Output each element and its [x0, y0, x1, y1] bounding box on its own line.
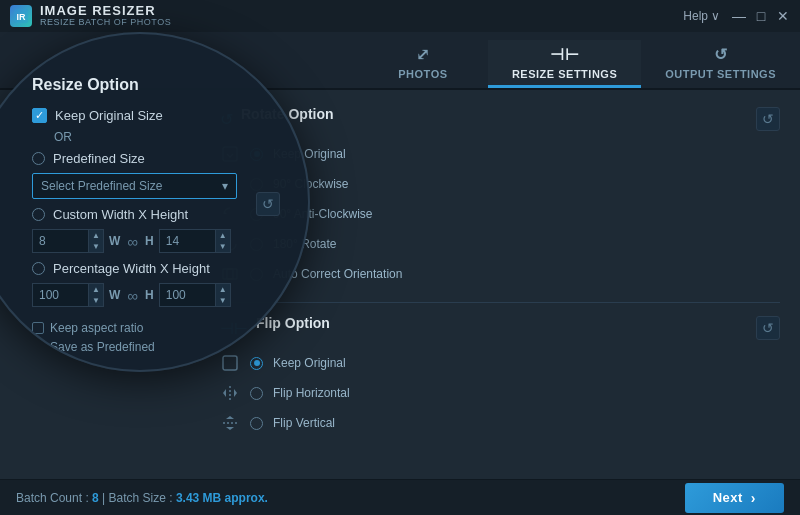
tab-add-photos[interactable]: ⤢ PHOTOS — [358, 40, 488, 88]
flip-option-vertical[interactable]: Flip Vertical — [220, 411, 780, 435]
resize-reset-button[interactable]: ↺ — [256, 192, 280, 216]
app-icon: IR — [10, 5, 32, 27]
pwidth-spinner-buttons[interactable]: ▲ ▼ — [88, 283, 104, 307]
tab-resize-settings-label: RESIZE SETTINGS — [512, 68, 617, 80]
tab-resize-settings[interactable]: ⊣⊢ RESIZE SETTINGS — [488, 40, 641, 88]
output-settings-icon: ↺ — [714, 45, 728, 64]
save-predefined-label: Save as Predefined — [50, 340, 155, 354]
flip-horizontal-radio[interactable] — [250, 387, 263, 400]
tab-add-photos-label: PHOTOS — [398, 68, 447, 80]
batch-count-label: Batch Count : — [16, 491, 89, 505]
height-decrement-button[interactable]: ▼ — [216, 241, 230, 252]
help-button[interactable]: Help ∨ — [683, 9, 720, 23]
flip-vertical-label: Flip Vertical — [273, 416, 335, 430]
pheight-spinbox[interactable]: ▲ ▼ — [159, 283, 231, 307]
svg-marker-11 — [234, 389, 237, 397]
pwidth-increment-button[interactable]: ▲ — [89, 284, 103, 295]
keep-aspect-row[interactable]: Keep aspect ratio — [32, 321, 272, 335]
keep-original-size-label: Keep Original Size — [55, 108, 163, 123]
close-button[interactable]: ✕ — [776, 9, 790, 23]
batch-size-label: Batch Size : — [109, 491, 173, 505]
height-spinner-buttons[interactable]: ▲ ▼ — [215, 229, 231, 253]
flip-section-title: Flip Option — [256, 315, 330, 331]
keep-aspect-checkbox[interactable] — [32, 322, 44, 334]
tab-output-settings[interactable]: ↺ OUTPUT SETTINGS — [641, 40, 800, 88]
flip-keep-original-icon — [220, 353, 240, 373]
app-title: IMAGE RESIZER — [40, 4, 171, 18]
custom-size-row[interactable]: Custom Width X Height — [32, 207, 272, 222]
keep-original-checkbox[interactable]: ✓ — [32, 108, 47, 123]
pheight-spinner-buttons[interactable]: ▲ ▼ — [215, 283, 231, 307]
flip-vertical-radio[interactable] — [250, 417, 263, 430]
select-chevron-icon: ▾ — [222, 179, 228, 193]
flip-option-horizontal[interactable]: Flip Horizontal — [220, 381, 780, 405]
pwidth-label: W — [109, 288, 120, 302]
svg-marker-10 — [223, 389, 226, 397]
predefined-size-label: Predefined Size — [53, 151, 145, 166]
resize-option-title: Resize Option — [32, 76, 272, 94]
pheight-label: H — [145, 288, 154, 302]
width-decrement-button[interactable]: ▼ — [89, 241, 103, 252]
section-divider — [220, 302, 780, 303]
predefined-size-row[interactable]: Predefined Size — [32, 151, 272, 166]
rotate-reset-button[interactable]: ↺ — [756, 107, 780, 131]
next-arrow-icon: › — [751, 490, 756, 506]
height-label: H — [145, 234, 154, 248]
flip-section: ⊣⊢ Flip Option ↺ — [220, 315, 780, 435]
title-bar-right: Help ∨ — □ ✕ — [683, 9, 790, 23]
width-input[interactable] — [32, 229, 88, 253]
flip-options-list: Keep Original Flip Horizontal — [220, 351, 780, 435]
height-input[interactable] — [159, 229, 215, 253]
custom-radio[interactable] — [32, 208, 45, 221]
resize-settings-icon: ⊣⊢ — [550, 45, 579, 64]
next-button[interactable]: Next › — [685, 483, 784, 513]
pwidth-decrement-button[interactable]: ▼ — [89, 295, 103, 306]
status-bar: Batch Count : 8 | Batch Size : 3.43 MB a… — [0, 479, 800, 515]
width-spinbox[interactable]: ▲ ▼ — [32, 229, 104, 253]
tab-output-settings-label: OUTPUT SETTINGS — [665, 68, 776, 80]
flip-vertical-icon — [220, 413, 240, 433]
resize-reset-area: ↺ — [256, 192, 280, 216]
maximize-button[interactable]: □ — [754, 9, 768, 23]
batch-size-value: 3.43 MB approx. — [176, 491, 268, 505]
next-button-label: Next — [713, 490, 743, 505]
app-title-group: IMAGE RESIZER RESIZE BATCH OF PHOTOS — [40, 4, 171, 28]
pwidth-spinbox[interactable]: ▲ ▼ — [32, 283, 104, 307]
pwidth-input[interactable] — [32, 283, 88, 307]
percentage-radio[interactable] — [32, 262, 45, 275]
percentage-dimensions-row: ▲ ▼ W ∞ H ▲ ▼ — [32, 283, 272, 307]
percentage-size-row[interactable]: Percentage Width X Height — [32, 261, 272, 276]
status-info: Batch Count : 8 | Batch Size : 3.43 MB a… — [16, 491, 268, 505]
flip-keep-original-label: Keep Original — [273, 356, 346, 370]
or-divider: OR — [32, 130, 272, 144]
pinfinity-symbol: ∞ — [127, 287, 138, 304]
pheight-increment-button[interactable]: ▲ — [216, 284, 230, 295]
predefined-select[interactable]: Select Predefined Size ▾ — [32, 173, 237, 199]
height-increment-button[interactable]: ▲ — [216, 230, 230, 241]
flip-reset-button[interactable]: ↺ — [756, 316, 780, 340]
custom-size-label: Custom Width X Height — [53, 207, 188, 222]
pheight-decrement-button[interactable]: ▼ — [216, 295, 230, 306]
custom-dimensions-row: ▲ ▼ W ∞ H ▲ ▼ — [32, 229, 272, 253]
minimize-button[interactable]: — — [732, 9, 746, 23]
add-photos-icon: ⤢ — [416, 45, 430, 64]
predefined-select-placeholder: Select Predefined Size — [41, 179, 162, 193]
svg-text:IR: IR — [17, 12, 27, 22]
height-spinbox[interactable]: ▲ ▼ — [159, 229, 231, 253]
app-subtitle: RESIZE BATCH OF PHOTOS — [40, 18, 171, 28]
width-label: W — [109, 234, 120, 248]
batch-count-value: 8 — [92, 491, 99, 505]
title-bar: IR IMAGE RESIZER RESIZE BATCH OF PHOTOS … — [0, 0, 800, 32]
pheight-input[interactable] — [159, 283, 215, 307]
keep-aspect-label: Keep aspect ratio — [50, 321, 143, 335]
title-bar-left: IR IMAGE RESIZER RESIZE BATCH OF PHOTOS — [10, 4, 171, 28]
flip-option-keep-original[interactable]: Keep Original — [220, 351, 780, 375]
keep-original-row[interactable]: ✓ Keep Original Size — [32, 108, 272, 123]
percentage-size-label: Percentage Width X Height — [53, 261, 210, 276]
window-controls: — □ ✕ — [732, 9, 790, 23]
rotate-option-auto[interactable]: Auto Correct Orientation — [220, 262, 780, 286]
flip-keep-original-radio[interactable] — [250, 357, 263, 370]
width-spinner-buttons[interactable]: ▲ ▼ — [88, 229, 104, 253]
width-increment-button[interactable]: ▲ — [89, 230, 103, 241]
predefined-radio[interactable] — [32, 152, 45, 165]
